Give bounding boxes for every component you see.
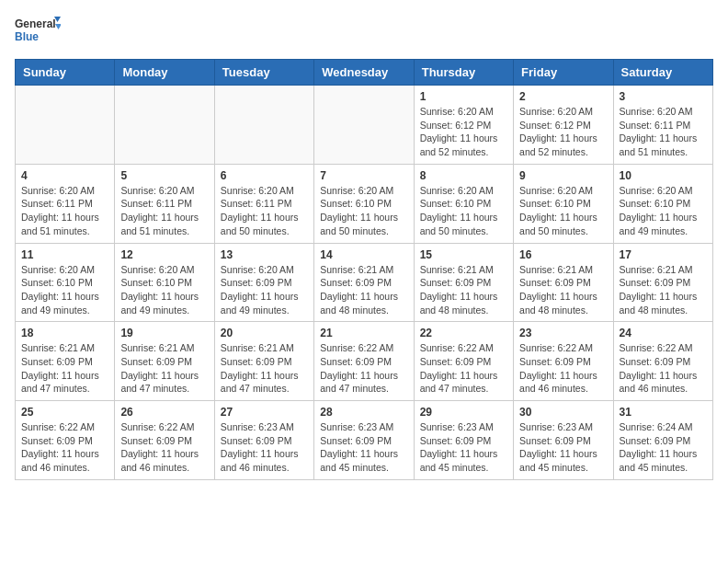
calendar-cell: 3Sunrise: 6:20 AMSunset: 6:11 PMDaylight… bbox=[613, 86, 712, 165]
calendar-cell: 31Sunrise: 6:24 AMSunset: 6:09 PMDayligh… bbox=[613, 401, 712, 480]
day-header-wednesday: Wednesday bbox=[314, 60, 414, 86]
calendar-cell bbox=[115, 86, 214, 165]
day-number: 8 bbox=[420, 169, 507, 182]
calendar-cell: 7Sunrise: 6:20 AMSunset: 6:10 PMDaylight… bbox=[314, 164, 414, 243]
day-number: 4 bbox=[21, 169, 108, 182]
calendar-cell: 29Sunrise: 6:23 AMSunset: 6:09 PMDayligh… bbox=[414, 401, 513, 480]
day-info: Sunrise: 6:20 AMSunset: 6:10 PMDaylight:… bbox=[21, 263, 108, 317]
day-number: 15 bbox=[420, 248, 507, 261]
day-info: Sunrise: 6:22 AMSunset: 6:09 PMDaylight:… bbox=[620, 341, 707, 396]
calendar-cell: 28Sunrise: 6:23 AMSunset: 6:09 PMDayligh… bbox=[314, 401, 414, 480]
day-info: Sunrise: 6:20 AMSunset: 6:12 PMDaylight:… bbox=[519, 105, 607, 159]
day-info: Sunrise: 6:23 AMSunset: 6:09 PMDaylight:… bbox=[519, 420, 607, 475]
day-number: 22 bbox=[420, 327, 507, 339]
calendar-cell: 6Sunrise: 6:20 AMSunset: 6:11 PMDaylight… bbox=[214, 164, 313, 243]
day-info: Sunrise: 6:21 AMSunset: 6:09 PMDaylight:… bbox=[21, 341, 108, 396]
day-info: Sunrise: 6:24 AMSunset: 6:09 PMDaylight:… bbox=[620, 420, 707, 475]
day-info: Sunrise: 6:22 AMSunset: 6:09 PMDaylight:… bbox=[320, 341, 407, 396]
day-number: 29 bbox=[420, 406, 507, 419]
day-number: 9 bbox=[519, 169, 607, 182]
day-info: Sunrise: 6:20 AMSunset: 6:11 PMDaylight:… bbox=[620, 105, 707, 159]
day-number: 10 bbox=[620, 169, 707, 182]
calendar-cell: 1Sunrise: 6:20 AMSunset: 6:12 PMDaylight… bbox=[414, 86, 513, 165]
day-number: 26 bbox=[120, 406, 208, 419]
calendar-header-row: SundayMondayTuesdayWednesdayThursdayFrid… bbox=[16, 60, 713, 86]
day-number: 13 bbox=[221, 248, 308, 261]
day-header-tuesday: Tuesday bbox=[214, 60, 313, 86]
calendar-cell: 26Sunrise: 6:22 AMSunset: 6:09 PMDayligh… bbox=[115, 401, 214, 480]
day-info: Sunrise: 6:20 AMSunset: 6:11 PMDaylight:… bbox=[21, 184, 108, 238]
svg-text:Blue: Blue bbox=[15, 30, 39, 43]
day-header-thursday: Thursday bbox=[414, 60, 513, 86]
calendar-cell: 5Sunrise: 6:20 AMSunset: 6:11 PMDaylight… bbox=[115, 164, 214, 243]
calendar-cell: 14Sunrise: 6:21 AMSunset: 6:09 PMDayligh… bbox=[314, 243, 414, 322]
day-info: Sunrise: 6:21 AMSunset: 6:09 PMDaylight:… bbox=[519, 263, 607, 317]
calendar-cell: 16Sunrise: 6:21 AMSunset: 6:09 PMDayligh… bbox=[514, 243, 613, 322]
day-info: Sunrise: 6:20 AMSunset: 6:10 PMDaylight:… bbox=[320, 184, 407, 238]
logo-svg: General Blue bbox=[15, 15, 61, 48]
day-number: 11 bbox=[21, 248, 108, 261]
day-info: Sunrise: 6:20 AMSunset: 6:11 PMDaylight:… bbox=[120, 184, 208, 238]
day-info: Sunrise: 6:21 AMSunset: 6:09 PMDaylight:… bbox=[320, 263, 407, 317]
day-number: 31 bbox=[620, 406, 707, 419]
day-number: 27 bbox=[221, 406, 308, 419]
calendar-cell: 30Sunrise: 6:23 AMSunset: 6:09 PMDayligh… bbox=[514, 401, 613, 480]
calendar-week-1: 1Sunrise: 6:20 AMSunset: 6:12 PMDaylight… bbox=[16, 86, 713, 165]
day-number: 28 bbox=[320, 406, 407, 419]
calendar-week-2: 4Sunrise: 6:20 AMSunset: 6:11 PMDaylight… bbox=[16, 164, 713, 243]
day-info: Sunrise: 6:23 AMSunset: 6:09 PMDaylight:… bbox=[320, 420, 407, 475]
day-info: Sunrise: 6:21 AMSunset: 6:09 PMDaylight:… bbox=[420, 263, 507, 317]
calendar-cell: 13Sunrise: 6:20 AMSunset: 6:09 PMDayligh… bbox=[214, 243, 313, 322]
day-header-friday: Friday bbox=[514, 60, 613, 86]
day-number: 25 bbox=[21, 406, 108, 419]
calendar-cell: 22Sunrise: 6:22 AMSunset: 6:09 PMDayligh… bbox=[414, 322, 513, 401]
calendar-cell: 21Sunrise: 6:22 AMSunset: 6:09 PMDayligh… bbox=[314, 322, 414, 401]
calendar-cell bbox=[314, 86, 414, 165]
day-number: 21 bbox=[320, 327, 407, 339]
calendar-cell: 8Sunrise: 6:20 AMSunset: 6:10 PMDaylight… bbox=[414, 164, 513, 243]
calendar-cell: 23Sunrise: 6:22 AMSunset: 6:09 PMDayligh… bbox=[514, 322, 613, 401]
day-number: 14 bbox=[320, 248, 407, 261]
calendar-cell: 2Sunrise: 6:20 AMSunset: 6:12 PMDaylight… bbox=[514, 86, 613, 165]
calendar-week-4: 18Sunrise: 6:21 AMSunset: 6:09 PMDayligh… bbox=[16, 322, 713, 401]
day-info: Sunrise: 6:22 AMSunset: 6:09 PMDaylight:… bbox=[21, 420, 108, 475]
calendar-cell bbox=[16, 86, 115, 165]
calendar-cell: 17Sunrise: 6:21 AMSunset: 6:09 PMDayligh… bbox=[613, 243, 712, 322]
svg-text:General: General bbox=[15, 17, 56, 30]
day-info: Sunrise: 6:23 AMSunset: 6:09 PMDaylight:… bbox=[420, 420, 507, 475]
day-info: Sunrise: 6:20 AMSunset: 6:10 PMDaylight:… bbox=[620, 184, 707, 238]
day-number: 1 bbox=[420, 90, 507, 103]
day-info: Sunrise: 6:22 AMSunset: 6:09 PMDaylight:… bbox=[120, 420, 208, 475]
day-number: 19 bbox=[120, 327, 208, 339]
day-number: 17 bbox=[620, 248, 707, 261]
calendar-cell bbox=[214, 86, 313, 165]
page-header: General Blue bbox=[15, 15, 713, 48]
day-info: Sunrise: 6:22 AMSunset: 6:09 PMDaylight:… bbox=[420, 341, 507, 396]
calendar-cell: 15Sunrise: 6:21 AMSunset: 6:09 PMDayligh… bbox=[414, 243, 513, 322]
day-number: 7 bbox=[320, 169, 407, 182]
day-number: 12 bbox=[120, 248, 208, 261]
day-info: Sunrise: 6:21 AMSunset: 6:09 PMDaylight:… bbox=[120, 341, 208, 396]
calendar-cell: 19Sunrise: 6:21 AMSunset: 6:09 PMDayligh… bbox=[115, 322, 214, 401]
day-info: Sunrise: 6:20 AMSunset: 6:10 PMDaylight:… bbox=[420, 184, 507, 238]
day-info: Sunrise: 6:20 AMSunset: 6:09 PMDaylight:… bbox=[221, 263, 308, 317]
day-info: Sunrise: 6:23 AMSunset: 6:09 PMDaylight:… bbox=[221, 420, 308, 475]
calendar-cell: 9Sunrise: 6:20 AMSunset: 6:10 PMDaylight… bbox=[514, 164, 613, 243]
calendar-cell: 24Sunrise: 6:22 AMSunset: 6:09 PMDayligh… bbox=[613, 322, 712, 401]
day-number: 3 bbox=[620, 90, 707, 103]
calendar-week-3: 11Sunrise: 6:20 AMSunset: 6:10 PMDayligh… bbox=[16, 243, 713, 322]
day-info: Sunrise: 6:21 AMSunset: 6:09 PMDaylight:… bbox=[620, 263, 707, 317]
calendar-cell: 25Sunrise: 6:22 AMSunset: 6:09 PMDayligh… bbox=[16, 401, 115, 480]
day-number: 16 bbox=[519, 248, 607, 261]
day-info: Sunrise: 6:20 AMSunset: 6:10 PMDaylight:… bbox=[519, 184, 607, 238]
day-number: 30 bbox=[519, 406, 607, 419]
day-info: Sunrise: 6:20 AMSunset: 6:11 PMDaylight:… bbox=[221, 184, 308, 238]
calendar-week-5: 25Sunrise: 6:22 AMSunset: 6:09 PMDayligh… bbox=[16, 401, 713, 480]
day-number: 24 bbox=[620, 327, 707, 339]
calendar-cell: 18Sunrise: 6:21 AMSunset: 6:09 PMDayligh… bbox=[16, 322, 115, 401]
day-number: 2 bbox=[519, 90, 607, 103]
day-info: Sunrise: 6:22 AMSunset: 6:09 PMDaylight:… bbox=[519, 341, 607, 396]
calendar-cell: 20Sunrise: 6:21 AMSunset: 6:09 PMDayligh… bbox=[214, 322, 313, 401]
day-header-monday: Monday bbox=[115, 60, 214, 86]
day-header-sunday: Sunday bbox=[16, 60, 115, 86]
